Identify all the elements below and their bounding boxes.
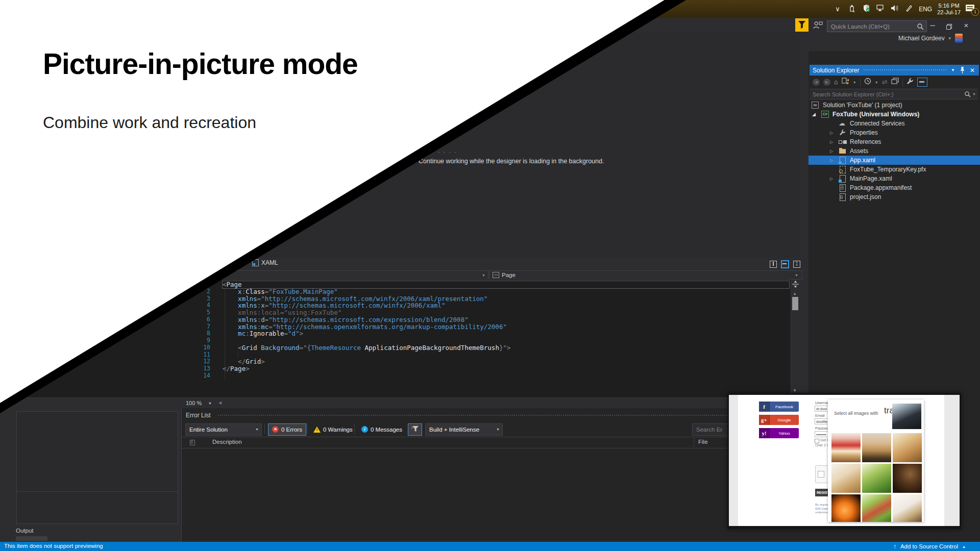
close-icon[interactable]: ✕ (970, 67, 975, 74)
build-intellisense-dropdown[interactable]: Build + IntelliSense▼ (425, 423, 503, 436)
yahoo-login-button[interactable]: y!Yahoo (759, 428, 799, 438)
refresh-icon[interactable]: ⇄ (882, 79, 888, 86)
captcha-image-coffee-cup[interactable] (893, 494, 922, 522)
chevron-down-icon[interactable]: ▼ (972, 92, 976, 96)
captcha-image-strawberry-cake[interactable] (831, 433, 861, 462)
feedback-button[interactable] (795, 18, 808, 32)
usb-icon[interactable] (847, 4, 856, 14)
chevron-down-icon[interactable]: ▼ (853, 81, 856, 84)
captcha-image-salad[interactable] (862, 464, 891, 493)
collapse-all-icon[interactable] (891, 78, 899, 87)
tree-item-assets[interactable]: ▷Assets (808, 146, 980, 156)
recaptcha-checkbox[interactable] (818, 471, 824, 478)
action-center-icon[interactable]: 1 (966, 5, 977, 14)
account-menu[interactable]: Michael Gordeev ▼ (898, 34, 963, 43)
expander-collapsed-icon[interactable]: ▷ (830, 149, 839, 154)
expand-pane-icon[interactable]: ∨∨ (793, 261, 800, 268)
newsletter-checkbox[interactable] (815, 439, 819, 443)
solution-explorer-header[interactable]: Solution Explorer ▼ ✕ (810, 65, 979, 76)
code-line[interactable]: 11 (0, 352, 799, 359)
minimize-button[interactable]: ─ (927, 21, 938, 29)
document-outline-dropdown[interactable]: ▼ (194, 270, 488, 280)
zoom-level-dropdown[interactable]: 100 % (186, 400, 202, 406)
language-indicator[interactable]: ENG (919, 6, 932, 13)
tree-item-project-json[interactable]: {}project.json (808, 192, 980, 202)
send-feedback-icon[interactable] (813, 21, 823, 32)
tree-item-solution-foxtube-1-project-[interactable]: ∞Solution 'FoxTube' (1 project) (808, 101, 980, 110)
filter-button[interactable] (408, 423, 422, 436)
chevron-down-icon[interactable]: ▼ (875, 81, 878, 84)
close-button[interactable]: × (961, 21, 972, 30)
window-position-icon[interactable]: ▼ (951, 68, 955, 72)
scope-dropdown[interactable]: Entire Solution▼ (185, 423, 262, 436)
facebook-login-button[interactable]: fFacebook (759, 402, 799, 412)
tree-item-foxtube-temporarykey-pfx[interactable]: FoxTube_TemporaryKey.pfx (808, 165, 980, 174)
google-login-button[interactable]: g+Google (759, 415, 799, 425)
element-dropdown[interactable]: <> Page ▼ (489, 270, 802, 280)
preview-selected-items-toggle[interactable] (917, 78, 927, 87)
errors-filter-button[interactable]: ✕ 0 Errors (268, 423, 306, 436)
expander-collapsed-icon[interactable]: ▷ (830, 177, 839, 181)
solution-explorer-search-input[interactable]: Search Solution Explorer (Ctrl+;) ▼ (810, 89, 978, 99)
taskbar-clock[interactable]: 5:16 PM22-Jul-17 (937, 3, 961, 16)
panel-drag-handle[interactable] (217, 414, 799, 417)
add-to-source-control-button[interactable]: ↑ Add to Source Control ▲ (893, 543, 966, 550)
panel-drag-handle[interactable] (863, 69, 947, 71)
tree-item-app-xaml[interactable]: ▷App.xaml (808, 156, 980, 165)
tree-item-properties[interactable]: ▷Properties (808, 128, 980, 137)
captcha-image-glowing-bowl[interactable] (831, 494, 861, 522)
pin-icon[interactable] (960, 67, 965, 73)
forward-icon[interactable]: ▶ (823, 79, 830, 86)
scroll-down-arrow[interactable]: ▼ (793, 388, 797, 393)
column-file[interactable]: File (698, 439, 708, 445)
scroll-left-arrow[interactable]: ◀ (218, 400, 222, 405)
avatar[interactable] (955, 34, 963, 43)
chevron-down-icon[interactable]: ▼ (208, 402, 212, 405)
column-description[interactable]: Description (212, 439, 242, 445)
quick-launch-input[interactable]: Quick Launch (Ctrl+Q) (827, 20, 927, 32)
tree-item-references[interactable]: ▷References (808, 137, 980, 146)
volume-icon[interactable] (890, 5, 899, 13)
tree-item-connected-services[interactable]: ☁Connected Services (808, 119, 980, 128)
split-grip-icon[interactable] (792, 281, 799, 290)
sync-with-active-document-icon[interactable] (842, 78, 849, 87)
restore-button[interactable] (943, 23, 954, 31)
captcha-image-pancakes[interactable] (893, 433, 922, 462)
collapse-pane-icon[interactable] (781, 260, 789, 268)
pending-changes-filter-icon[interactable] (864, 78, 871, 87)
warnings-filter-button[interactable]: ! 0 Warnings (310, 424, 356, 435)
messages-filter-button[interactable]: i 0 Messages (358, 424, 406, 435)
expander-expanded-icon[interactable]: ◢ (812, 112, 821, 117)
home-icon[interactable]: ⌂ (834, 79, 838, 86)
scroll-up-arrow[interactable]: ▲ (793, 291, 797, 296)
tree-item-label: FoxTube_TemporaryKey.pfx (850, 166, 926, 173)
code-line[interactable]: 10 <Grid Background="{ThemeResource Appl… (0, 344, 799, 352)
back-icon[interactable]: ◀ (813, 79, 820, 86)
tab-xaml[interactable]: XAML (252, 259, 278, 266)
tray-chevron-icon[interactable]: ∨ (833, 5, 842, 13)
captcha-image-iced-drink[interactable] (862, 433, 891, 462)
vertical-split-icon[interactable] (770, 261, 777, 268)
tree-item-mainpage-xaml[interactable]: ▷MainPage.xaml (808, 174, 980, 183)
picture-in-picture-window[interactable]: fFacebookg+Googley!Yahoo Username dr.doo… (727, 393, 961, 529)
tree-item-package-appxmanifest[interactable]: Package.appxmanifest (808, 183, 980, 192)
code-line[interactable]: 12 </Grid> (0, 358, 799, 365)
captcha-image-veggie-salad[interactable] (862, 494, 891, 522)
expander-collapsed-icon[interactable]: ▷ (830, 158, 839, 163)
designer-loading-message: Continue working while the designer is l… (419, 158, 604, 165)
editor-vertical-scrollbar[interactable]: ▲ ▼ (791, 280, 800, 397)
tree-item-foxtube-universal-windows-[interactable]: ◢C#FoxTube (Universal Windows) (808, 110, 980, 119)
captcha-image-coffee-beans[interactable] (893, 464, 922, 493)
captcha-image-breakfast-plate[interactable] (831, 464, 861, 493)
pen-icon[interactable] (904, 5, 914, 13)
code-line[interactable]: 13</Page> (0, 365, 799, 372)
expander-collapsed-icon[interactable]: ▷ (830, 131, 839, 135)
expander-collapsed-icon[interactable]: ▷ (830, 140, 839, 144)
properties-wrench-icon[interactable] (906, 78, 914, 87)
code-line[interactable]: 14 (0, 372, 799, 380)
defender-shield-icon[interactable] (862, 4, 871, 14)
scrollbar-thumb[interactable] (792, 297, 798, 310)
network-icon[interactable] (876, 5, 885, 13)
tab-output[interactable]: Output (16, 528, 34, 534)
error-list-column-headers[interactable]: Description File (182, 437, 809, 448)
